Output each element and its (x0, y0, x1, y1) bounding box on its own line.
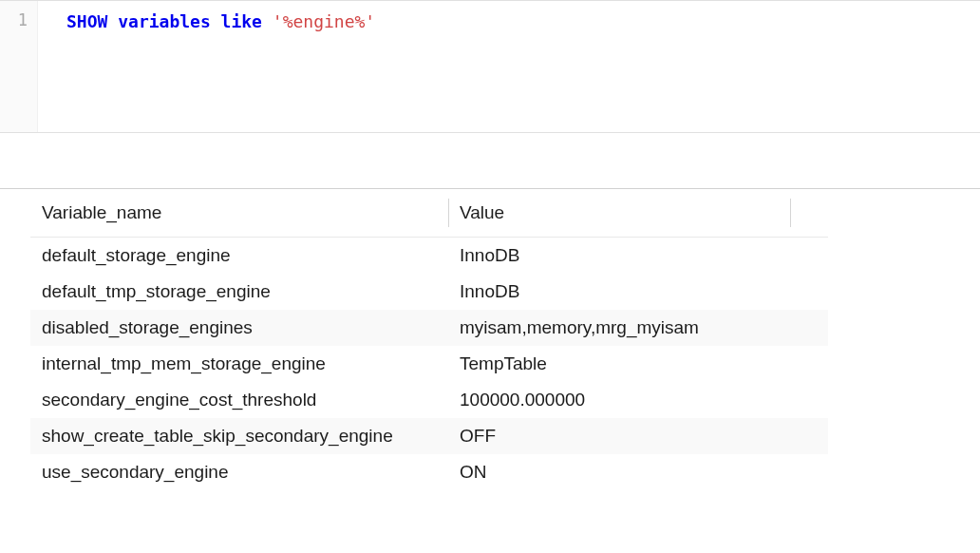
table-row[interactable]: use_secondary_engineON (30, 454, 828, 490)
table-row[interactable]: show_create_table_skip_secondary_engineO… (30, 418, 828, 454)
column-header-spacer (790, 189, 828, 238)
cell-variable-name: use_secondary_engine (30, 454, 448, 490)
cell-value: InnoDB (448, 238, 790, 275)
table-header-row: Variable_name Value (30, 189, 828, 238)
sql-string-literal: '%engine%' (273, 11, 375, 31)
cell-value: myisam,memory,mrg_myisam (448, 310, 790, 346)
code-line[interactable]: SHOW variables like '%engine%' (38, 1, 386, 132)
cell-spacer (790, 238, 828, 275)
cell-variable-name: disabled_storage_engines (30, 310, 448, 346)
cell-spacer (790, 310, 828, 346)
cell-value: 100000.000000 (448, 382, 790, 418)
cell-spacer (790, 454, 828, 490)
cell-spacer (790, 346, 828, 382)
cell-variable-name: secondary_engine_cost_threshold (30, 382, 448, 418)
cell-value: InnoDB (448, 274, 790, 310)
results-table: Variable_name Value default_storage_engi… (30, 189, 828, 490)
column-header-variable-name[interactable]: Variable_name (30, 189, 448, 238)
sql-keyword-show: SHOW (66, 11, 107, 31)
column-header-value[interactable]: Value (448, 189, 790, 238)
cell-variable-name: default_tmp_storage_engine (30, 274, 448, 310)
cell-spacer (790, 382, 828, 418)
table-row[interactable]: default_tmp_storage_engineInnoDB (30, 274, 828, 310)
cell-variable-name: default_storage_engine (30, 238, 448, 275)
cell-value: TempTable (448, 346, 790, 382)
line-number: 1 (0, 9, 28, 33)
sql-keyword-like: like (221, 11, 262, 31)
cell-variable-name: internal_tmp_mem_storage_engine (30, 346, 448, 382)
table-row[interactable]: internal_tmp_mem_storage_engineTempTable (30, 346, 828, 382)
results-pane: Variable_name Value default_storage_engi… (0, 188, 980, 490)
table-row[interactable]: disabled_storage_enginesmyisam,memory,mr… (30, 310, 828, 346)
sql-keyword-variables: variables (118, 11, 211, 31)
cell-value: OFF (448, 418, 790, 454)
cell-spacer (790, 418, 828, 454)
cell-variable-name: show_create_table_skip_secondary_engine (30, 418, 448, 454)
cell-spacer (790, 274, 828, 310)
editor-results-gap (0, 133, 980, 188)
line-number-gutter: 1 (0, 1, 38, 132)
cell-value: ON (448, 454, 790, 490)
sql-editor[interactable]: 1 SHOW variables like '%engine%' (0, 0, 980, 133)
table-row[interactable]: default_storage_engineInnoDB (30, 238, 828, 275)
table-row[interactable]: secondary_engine_cost_threshold100000.00… (30, 382, 828, 418)
